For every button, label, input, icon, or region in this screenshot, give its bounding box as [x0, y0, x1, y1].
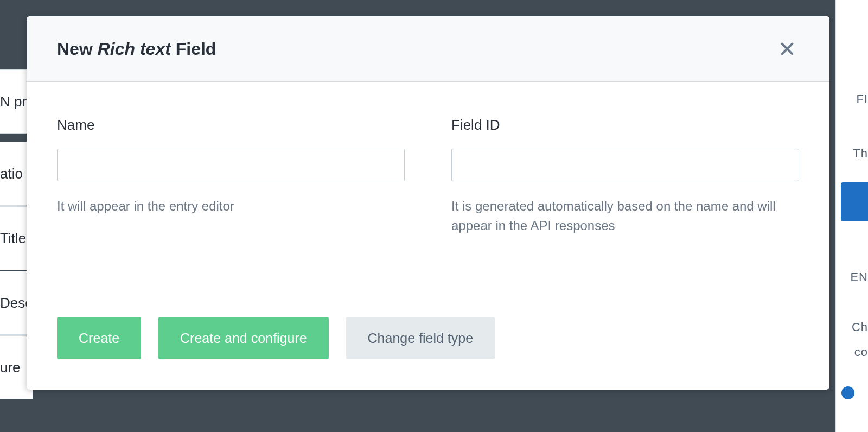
modal-header: New Rich text Field	[27, 16, 829, 82]
create-and-configure-button[interactable]: Create and configure	[158, 317, 328, 359]
fieldid-field-group: Field ID It is generated automatically b…	[451, 117, 799, 317]
modal-title: New Rich text Field	[57, 39, 216, 59]
fieldid-label: Field ID	[451, 117, 799, 134]
name-help-text: It will appear in the entry editor	[57, 196, 405, 216]
bg-blue-chip	[841, 182, 868, 221]
bg-label: Ch	[852, 320, 868, 334]
fieldid-input[interactable]	[451, 149, 799, 181]
new-field-modal: New Rich text Field Name It will appear …	[27, 16, 829, 390]
fieldid-help-text: It is generated automatically based on t…	[451, 196, 799, 236]
modal-body: Name It will appear in the entry editor …	[27, 82, 829, 317]
change-field-type-button[interactable]: Change field type	[346, 317, 495, 359]
modal-title-prefix: New	[57, 39, 98, 59]
bg-dot	[841, 386, 854, 399]
modal-title-type: Rich text	[98, 39, 171, 59]
bg-label: Th	[853, 147, 868, 161]
name-label: Name	[57, 117, 405, 134]
modal-title-suffix: Field	[171, 39, 216, 59]
create-button[interactable]: Create	[57, 317, 141, 359]
name-input[interactable]	[57, 149, 405, 181]
bg-label: EN	[850, 270, 868, 284]
bg-label: FI	[856, 92, 868, 106]
close-button[interactable]	[775, 37, 799, 61]
name-field-group: Name It will appear in the entry editor	[57, 117, 405, 317]
bg-label: co	[854, 345, 868, 359]
modal-footer: Create Create and configure Change field…	[27, 317, 829, 390]
close-icon	[780, 41, 795, 56]
